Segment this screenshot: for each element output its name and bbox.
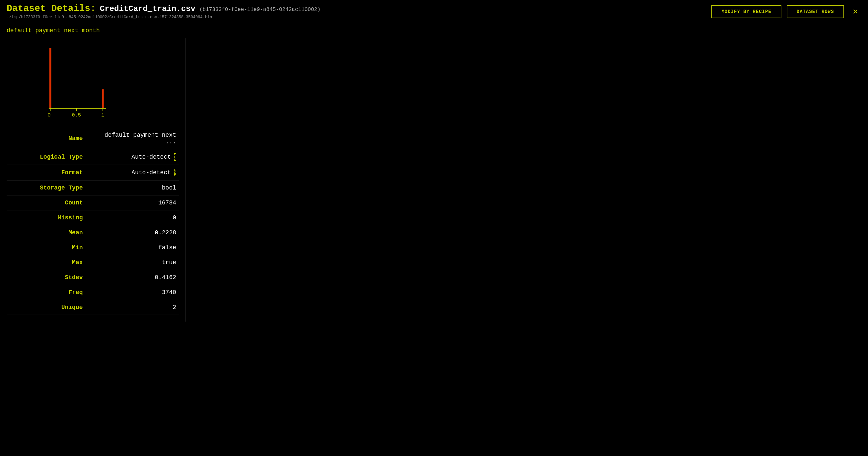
dataset-uuid: (b17333f0-f0ee-11e9-a845-0242ac110002): [199, 7, 320, 12]
stat-min-row: Min false: [7, 240, 179, 255]
header-buttons: MODIFY BY RECIPE DATASET ROWS ×: [711, 5, 861, 18]
stat-unique-label: Unique: [7, 300, 93, 315]
stat-format-row: Format Auto-detect: [7, 165, 179, 181]
dataset-path: ./tmp/b17333f0-f0ee-11e9-a845-0242ac1100…: [7, 15, 320, 20]
stat-storage-type-row: Storage Type bool: [7, 181, 179, 195]
stat-min-value: false: [93, 240, 179, 255]
stat-name-value: default payment next ...: [93, 128, 179, 149]
logical-type-dropdown-icon[interactable]: [174, 153, 176, 161]
logical-type-text: Auto-detect: [131, 154, 171, 160]
stat-max-row: Max true: [7, 255, 179, 270]
stat-storage-type-value: bool: [93, 181, 179, 195]
format-text: Auto-detect: [131, 169, 171, 176]
stat-storage-type-label: Storage Type: [7, 181, 93, 195]
stat-count-row: Count 16784: [7, 195, 179, 210]
stat-missing-row: Missing 0: [7, 210, 179, 225]
stat-freq-value: 3740: [93, 285, 179, 300]
stat-max-value: true: [93, 255, 179, 270]
main-content: 0 0.5 1 Name default payment next ... Lo…: [0, 38, 868, 322]
stat-stdev-row: Stdev 0.4162: [7, 270, 179, 285]
stat-count-value: 16784: [93, 195, 179, 210]
stat-count-label: Count: [7, 195, 93, 210]
stat-freq-row: Freq 3740: [7, 285, 179, 300]
stat-mean-value: 0.2228: [93, 225, 179, 240]
stat-name-label: Name: [7, 128, 93, 149]
stat-min-label: Min: [7, 240, 93, 255]
format-dropdown-icon[interactable]: [174, 169, 176, 176]
stat-unique-value: 2: [93, 300, 179, 315]
dataset-rows-button[interactable]: DATASET ROWS: [787, 5, 844, 18]
stat-missing-label: Missing: [7, 210, 93, 225]
stats-table: Name default payment next ... Logical Ty…: [7, 128, 179, 315]
svg-text:1: 1: [101, 112, 104, 118]
stat-logical-type-row: Logical Type Auto-detect: [7, 149, 179, 165]
column-name-label: default payment next month: [7, 27, 100, 34]
stat-mean-row: Mean 0.2228: [7, 225, 179, 240]
stat-freq-label: Freq: [7, 285, 93, 300]
stat-logical-type-label: Logical Type: [7, 149, 93, 165]
chart-stats-panel: 0 0.5 1 Name default payment next ... Lo…: [0, 38, 186, 322]
stat-unique-row: Unique 2: [7, 300, 179, 315]
stat-stdev-value: 0.4162: [93, 270, 179, 285]
stat-mean-label: Mean: [7, 225, 93, 240]
svg-text:0: 0: [48, 112, 51, 118]
stat-max-label: Max: [7, 255, 93, 270]
chart-area: 0 0.5 1: [7, 45, 119, 121]
stat-name-row: Name default payment next ...: [7, 128, 179, 149]
header: Dataset Details: CreditCard_train.csv (b…: [0, 0, 868, 23]
svg-text:0.5: 0.5: [72, 112, 81, 118]
stat-format-value[interactable]: Auto-detect: [93, 165, 179, 180]
stat-missing-value: 0: [93, 210, 179, 225]
histogram-chart: 0 0.5 1: [7, 45, 119, 121]
page-title-prefix: Dataset Details:: [7, 3, 96, 13]
header-info: Dataset Details: CreditCard_train.csv (b…: [7, 3, 320, 20]
dataset-filename: CreditCard_train.csv: [100, 4, 195, 13]
stat-logical-type-value[interactable]: Auto-detect: [93, 149, 179, 164]
stat-format-label: Format: [7, 165, 93, 181]
modify-by-recipe-button[interactable]: MODIFY BY RECIPE: [711, 5, 781, 18]
column-name-bar: default payment next month: [0, 23, 868, 38]
header-left: Dataset Details: CreditCard_train.csv (b…: [7, 3, 320, 20]
close-button[interactable]: ×: [849, 6, 861, 17]
stat-stdev-label: Stdev: [7, 270, 93, 285]
right-empty-area: [186, 38, 868, 322]
